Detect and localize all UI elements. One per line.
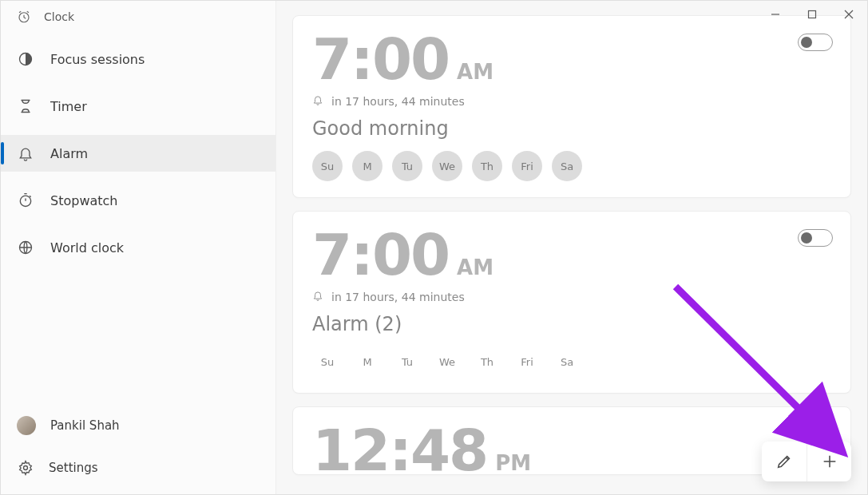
nav-label: World clock	[50, 240, 124, 255]
focus-icon	[17, 50, 34, 68]
alarm-label: Alarm (2)	[312, 313, 831, 335]
day-chip[interactable]: Th	[472, 346, 502, 377]
sidebar: Clock Focus sessions Timer Alarm	[1, 1, 276, 494]
alarm-countdown: in 17 hours, 44 minutes	[331, 291, 465, 303]
nav-item-settings[interactable]: Settings	[1, 449, 275, 486]
edit-alarms-button[interactable]	[762, 442, 807, 481]
day-chip[interactable]: We	[432, 346, 462, 377]
day-chip[interactable]: Sa	[552, 151, 582, 181]
nav-label: Focus sessions	[50, 52, 145, 67]
user-account-row[interactable]: Pankil Shah	[1, 406, 275, 445]
alarm-time: 7:00	[312, 30, 449, 88]
add-alarm-button[interactable]	[807, 442, 851, 481]
nav-item-world-clock[interactable]: World clock	[1, 229, 275, 266]
world-clock-icon	[17, 239, 34, 256]
nav-item-stopwatch[interactable]: Stopwatch	[1, 182, 275, 219]
day-chip[interactable]: Su	[312, 346, 343, 377]
day-chip[interactable]: Th	[472, 151, 502, 181]
alarm-days: Su M Tu We Th Fri Sa	[312, 346, 831, 377]
sidebar-bottom: Pankil Shah Settings	[1, 406, 275, 494]
settings-label: Settings	[49, 461, 98, 475]
nav-label: Timer	[50, 99, 87, 114]
main-panel: 7:00 AM in 17 hours, 44 minutes Good mor…	[276, 1, 867, 494]
bell-icon	[312, 94, 323, 108]
close-button[interactable]	[830, 1, 867, 28]
day-chip[interactable]: We	[432, 151, 462, 181]
alarm-days: Su M Tu We Th Fri Sa	[312, 151, 831, 181]
alarm-countdown: in 17 hours, 44 minutes	[331, 95, 465, 108]
app-title: Clock	[44, 10, 74, 23]
day-chip[interactable]: Su	[312, 151, 343, 181]
day-chip[interactable]: Fri	[512, 346, 542, 377]
nav-label: Alarm	[50, 146, 88, 161]
bell-icon	[312, 290, 323, 303]
close-icon	[844, 10, 854, 19]
minimize-icon	[771, 10, 780, 19]
clock-app-icon	[15, 8, 33, 26]
day-chip[interactable]: Tu	[392, 151, 422, 181]
maximize-button[interactable]	[794, 1, 830, 28]
gear-icon	[17, 459, 34, 477]
nav-label: Stopwatch	[50, 193, 117, 208]
day-chip[interactable]: Tu	[392, 346, 422, 377]
day-chip[interactable]: Fri	[512, 151, 542, 181]
app-window: Clock Focus sessions Timer Alarm	[0, 0, 868, 495]
svg-rect-1	[809, 11, 816, 18]
alarm-card[interactable]: 7:00 AM in 17 hours, 44 minutes Good mor…	[292, 15, 851, 198]
alarm-toggle[interactable]	[798, 229, 833, 247]
window-controls	[757, 1, 867, 28]
stopwatch-icon	[17, 192, 34, 209]
alarm-ampm: PM	[495, 451, 531, 475]
edit-toolbar	[762, 442, 851, 481]
day-chip[interactable]: Sa	[552, 346, 582, 377]
pencil-icon	[775, 453, 793, 470]
maximize-icon	[807, 10, 817, 19]
day-chip[interactable]: M	[352, 151, 382, 181]
alarm-time: 7:00	[312, 226, 449, 283]
user-name: Pankil Shah	[50, 418, 120, 433]
day-chip[interactable]: M	[352, 346, 382, 377]
nav-item-alarm[interactable]: Alarm	[1, 135, 275, 172]
nav-item-timer[interactable]: Timer	[1, 88, 275, 125]
app-header: Clock	[1, 1, 275, 33]
nav-item-focus-sessions[interactable]: Focus sessions	[1, 41, 275, 77]
alarm-label: Good morning	[312, 117, 831, 140]
alarm-icon	[17, 145, 34, 162]
avatar	[17, 416, 36, 435]
alarm-ampm: AM	[457, 60, 493, 84]
alarm-time: 12:48	[312, 422, 487, 475]
timer-icon	[17, 97, 34, 115]
alarm-ampm: AM	[457, 255, 493, 279]
plus-icon	[821, 453, 838, 470]
alarm-card[interactable]: 7:00 AM in 17 hours, 44 minutes Alarm (2…	[292, 211, 851, 394]
alarm-list: 7:00 AM in 17 hours, 44 minutes Good mor…	[292, 15, 851, 475]
alarm-toggle[interactable]	[798, 34, 833, 51]
svg-point-8	[24, 466, 28, 470]
minimize-button[interactable]	[757, 1, 794, 28]
svg-point-6	[20, 196, 30, 206]
nav-list: Focus sessions Timer Alarm Stopwatch	[1, 33, 275, 266]
